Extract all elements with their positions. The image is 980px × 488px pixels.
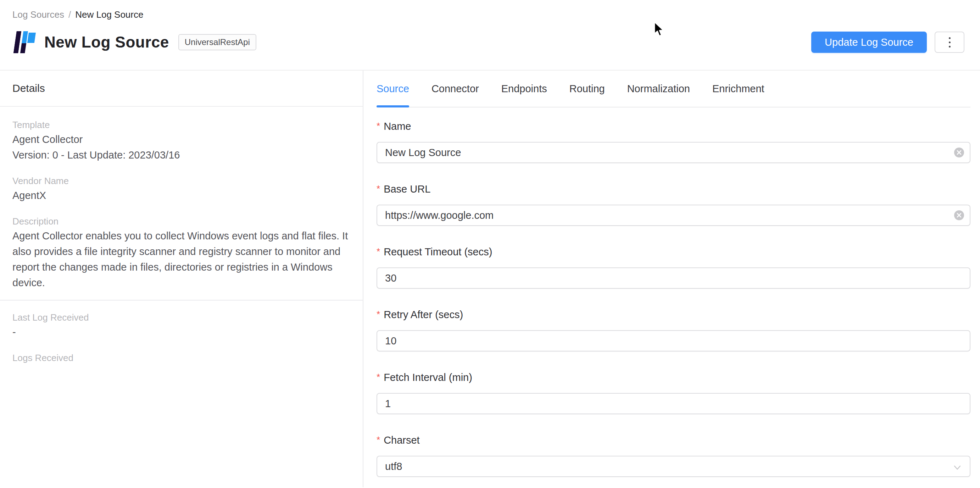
- header-row: New Log Source UniversalRestApi Update L…: [13, 31, 964, 54]
- vertical-ellipsis-icon: [949, 37, 951, 48]
- fetch-interval-label: *Fetch Interval (min): [377, 371, 970, 384]
- breadcrumb-current-page: New Log Source: [75, 9, 143, 20]
- template-type-badge: UniversalRestApi: [178, 34, 256, 50]
- required-asterisk: *: [377, 372, 380, 382]
- fetch-interval-field: *Fetch Interval (min): [377, 371, 970, 414]
- retry-after-label: *Retry After (secs): [377, 308, 970, 321]
- brand-logo-icon: [13, 31, 36, 53]
- details-divider: [0, 300, 363, 301]
- tab-endpoints[interactable]: Endpoints: [501, 70, 547, 107]
- update-log-source-button[interactable]: Update Log Source: [811, 32, 927, 53]
- request-timeout-input[interactable]: [377, 267, 970, 289]
- required-asterisk: *: [377, 434, 380, 445]
- circle-x-icon: [956, 150, 962, 155]
- chevron-down-icon: [953, 463, 962, 472]
- name-field: *Name: [377, 120, 970, 163]
- template-version: Version: 0 - Last Update: 2023/03/16: [13, 147, 348, 163]
- base-url-clear-button[interactable]: [954, 210, 964, 220]
- description-text: Agent Collector enables you to collect W…: [13, 228, 348, 290]
- logs-received-label: Logs Received: [13, 352, 348, 363]
- vendor-section: Vendor Name AgentX: [13, 175, 348, 203]
- charset-select[interactable]: utf8: [377, 456, 970, 477]
- last-log-received-section: Last Log Received -: [13, 312, 348, 340]
- breadcrumb: Log Sources/New Log Source: [13, 9, 964, 20]
- required-asterisk: *: [377, 246, 380, 257]
- required-asterisk: *: [377, 183, 380, 194]
- tab-source[interactable]: Source: [377, 70, 409, 107]
- template-name: Agent Collector: [13, 132, 348, 147]
- tab-enrichment[interactable]: Enrichment: [712, 70, 764, 107]
- required-asterisk: *: [377, 121, 380, 131]
- breadcrumb-log-sources[interactable]: Log Sources: [13, 9, 64, 20]
- required-asterisk: *: [377, 309, 380, 319]
- log-source-page: Log Sources/New Log Source New Log Sourc…: [0, 0, 980, 488]
- source-config-panel: Source Connector Endpoints Routing Norma…: [363, 70, 980, 487]
- name-clear-button[interactable]: [954, 148, 964, 158]
- name-label: *Name: [377, 120, 970, 132]
- more-actions-button[interactable]: [935, 32, 964, 53]
- retry-after-input[interactable]: [377, 330, 970, 351]
- circle-x-icon: [956, 213, 962, 218]
- charset-label: *Charset: [377, 434, 970, 447]
- content-area: Details Template Agent Collector Version…: [0, 70, 980, 487]
- details-panel-header: Details: [0, 70, 363, 107]
- description-section: Description Agent Collector enables you …: [13, 216, 348, 290]
- fetch-interval-input[interactable]: [377, 393, 970, 414]
- vendor-value: AgentX: [13, 188, 348, 203]
- description-label: Description: [13, 216, 348, 226]
- template-label: Template: [13, 120, 348, 130]
- request-timeout-label: *Request Timeout (secs): [377, 245, 970, 258]
- charset-selected-value: utf8: [385, 461, 402, 472]
- base-url-label: *Base URL: [377, 182, 970, 195]
- page-header: Log Sources/New Log Source New Log Sourc…: [0, 0, 980, 70]
- name-input[interactable]: [377, 142, 970, 163]
- request-timeout-field: *Request Timeout (secs): [377, 245, 970, 289]
- source-form: *Name *Base URL: [377, 107, 970, 477]
- retry-after-field: *Retry After (secs): [377, 308, 970, 351]
- vendor-label: Vendor Name: [13, 175, 348, 186]
- last-log-received-value: -: [13, 324, 348, 340]
- base-url-input[interactable]: [377, 205, 970, 226]
- tab-routing[interactable]: Routing: [570, 70, 605, 107]
- details-panel: Details Template Agent Collector Version…: [0, 70, 363, 487]
- last-log-received-label: Last Log Received: [13, 312, 348, 323]
- page-title: New Log Source: [44, 33, 169, 51]
- config-tabs: Source Connector Endpoints Routing Norma…: [377, 70, 970, 107]
- logs-received-section: Logs Received: [13, 352, 348, 363]
- template-section: Template Agent Collector Version: 0 - La…: [13, 120, 348, 163]
- base-url-field: *Base URL: [377, 182, 970, 226]
- tab-normalization[interactable]: Normalization: [627, 70, 690, 107]
- details-title: Details: [13, 82, 45, 94]
- charset-field: *Charset utf8: [377, 434, 970, 477]
- tab-connector[interactable]: Connector: [431, 70, 479, 107]
- details-panel-body: Template Agent Collector Version: 0 - La…: [0, 120, 363, 363]
- breadcrumb-separator: /: [68, 9, 71, 20]
